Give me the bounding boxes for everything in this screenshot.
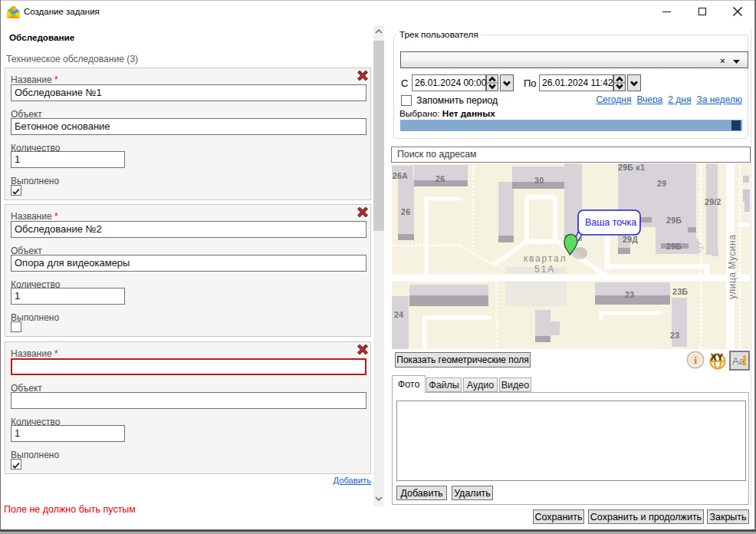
svg-text:29Б к1: 29Б к1 — [618, 163, 645, 172]
svg-text:29: 29 — [657, 179, 666, 188]
svg-text:29/2: 29/2 — [705, 197, 721, 206]
svg-text:29Д: 29Д — [623, 235, 638, 244]
svg-text:29Б: 29Б — [666, 242, 682, 251]
svg-text:XY: XY — [711, 352, 724, 363]
svg-text:26: 26 — [436, 174, 445, 183]
svg-text:i: i — [694, 354, 697, 366]
svg-text:Ваша точка: Ваша точка — [585, 217, 636, 228]
svg-text:30: 30 — [534, 176, 544, 185]
svg-text:29Б: 29Б — [666, 216, 682, 225]
svg-text:улица Мусина: улица Мусина — [727, 235, 738, 299]
svg-text:51А: 51А — [534, 264, 555, 275]
svg-text:26: 26 — [401, 207, 410, 216]
svg-text:23: 23 — [670, 331, 679, 340]
svg-text:26А: 26А — [393, 171, 408, 180]
svg-text:24: 24 — [394, 310, 403, 319]
svg-text:23Б: 23Б — [672, 287, 688, 296]
svg-text:23: 23 — [625, 290, 634, 299]
svg-text:квартал: квартал — [524, 253, 567, 264]
